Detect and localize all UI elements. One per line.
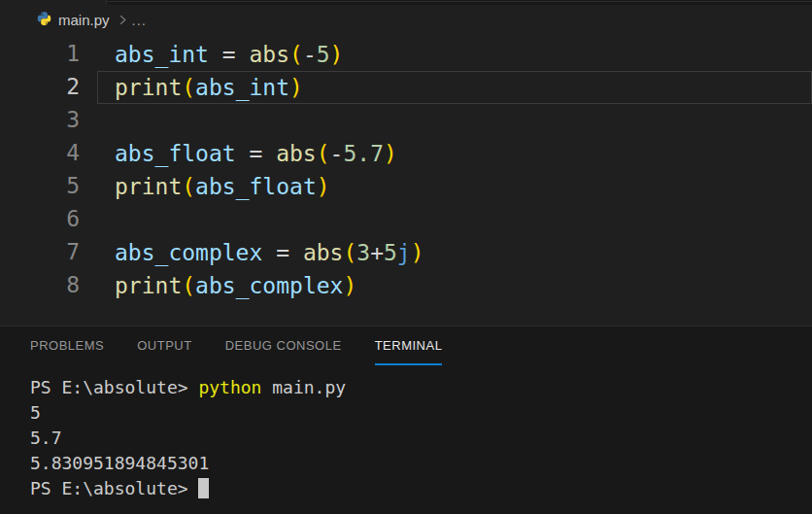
code-token-op: = bbox=[262, 240, 303, 265]
active-tab-remnant bbox=[0, 0, 107, 5]
line-number: 4 bbox=[0, 137, 97, 170]
code-line-content[interactable]: abs_complex = abs(3+5j) bbox=[97, 236, 812, 269]
line-number: 2 bbox=[0, 71, 97, 104]
code-token-fn: abs bbox=[303, 240, 344, 265]
code-token-var: abs_float bbox=[115, 141, 236, 166]
code-token-paren: ) bbox=[411, 240, 424, 265]
code-token-var: abs_int bbox=[195, 75, 289, 100]
terminal-output[interactable]: PS E:\absolute> python main.py55.75.8309… bbox=[0, 365, 812, 501]
terminal-command-text: python bbox=[198, 377, 261, 397]
code-token-paren: ( bbox=[182, 174, 195, 199]
code-token-op: - bbox=[303, 42, 317, 67]
code-token-fn: print bbox=[115, 174, 182, 199]
chevron-right-icon bbox=[116, 13, 130, 27]
code-token-num: 3 bbox=[356, 240, 370, 265]
tab-bar-border bbox=[107, 1, 812, 2]
terminal-text: PS E:\absolute> bbox=[30, 377, 198, 397]
code-token-paren: ) bbox=[330, 42, 344, 67]
terminal-text: 5 bbox=[30, 402, 41, 423]
terminal-line: 5.830951894845301 bbox=[30, 451, 812, 476]
code-line[interactable]: 5print(abs_float) bbox=[0, 170, 812, 203]
code-token-op: = bbox=[236, 141, 277, 166]
code-token-var: abs_float bbox=[195, 174, 317, 199]
panel-tab-bar: PROBLEMSOUTPUTDEBUG CONSOLETERMINAL bbox=[0, 326, 812, 365]
code-token-num: 5.7 bbox=[343, 141, 384, 166]
terminal-text: 5.830951894845301 bbox=[30, 453, 209, 473]
panel-tab-problems[interactable]: PROBLEMS bbox=[30, 326, 104, 365]
code-line-content[interactable]: abs_float = abs(-5.7) bbox=[97, 137, 812, 170]
code-token-paren: ) bbox=[289, 75, 303, 100]
code-line[interactable]: 2print(abs_int) bbox=[0, 71, 812, 104]
code-token-var: abs_complex bbox=[195, 273, 343, 298]
code-token-paren: ( bbox=[317, 141, 330, 166]
code-token-fn: print bbox=[115, 273, 182, 298]
code-token-op: = bbox=[209, 42, 250, 67]
code-line[interactable]: 8print(abs_complex) bbox=[0, 269, 812, 302]
code-line-content[interactable]: print(abs_int) bbox=[97, 71, 812, 104]
code-token-fn: abs bbox=[276, 141, 317, 166]
code-token-fn: abs bbox=[249, 42, 289, 67]
code-token-imag: j bbox=[397, 240, 411, 265]
breadcrumb-file-name: main.py bbox=[58, 12, 110, 28]
code-token-paren: ) bbox=[384, 141, 397, 166]
code-token-fn: print bbox=[115, 75, 182, 100]
terminal-text: 5.7 bbox=[30, 428, 62, 448]
breadcrumb-file-item[interactable]: main.py bbox=[36, 12, 110, 28]
terminal-line: 5.7 bbox=[30, 426, 812, 451]
terminal-line: PS E:\absolute> bbox=[30, 476, 812, 501]
code-line[interactable]: 7abs_complex = abs(3+5j) bbox=[0, 236, 812, 269]
line-number: 8 bbox=[0, 269, 97, 302]
code-line-content[interactable] bbox=[97, 104, 812, 137]
breadcrumb: main.py ... bbox=[0, 5, 812, 34]
line-number: 3 bbox=[0, 104, 97, 137]
code-token-paren: ( bbox=[289, 42, 303, 67]
code-token-op: - bbox=[330, 141, 344, 166]
breadcrumb-symbol-ellipsis[interactable]: ... bbox=[132, 12, 148, 28]
code-token-paren: ) bbox=[317, 174, 330, 199]
terminal-cursor bbox=[198, 478, 209, 498]
code-token-paren: ( bbox=[182, 273, 195, 298]
code-token-paren: ( bbox=[182, 75, 195, 100]
code-token-num: 5 bbox=[317, 42, 330, 67]
panel-tab-debug-console[interactable]: DEBUG CONSOLE bbox=[225, 326, 342, 365]
code-line[interactable]: 1abs_int = abs(-5) bbox=[0, 38, 812, 71]
terminal-text: PS E:\absolute> bbox=[30, 478, 198, 498]
code-line[interactable]: 3 bbox=[0, 104, 812, 137]
line-number: 5 bbox=[0, 170, 97, 203]
line-number: 1 bbox=[0, 38, 97, 71]
code-line[interactable]: 4abs_float = abs(-5.7) bbox=[0, 137, 812, 170]
terminal-line: PS E:\absolute> python main.py bbox=[30, 375, 812, 400]
code-editor[interactable]: 1abs_int = abs(-5)2print(abs_int)34abs_f… bbox=[0, 34, 812, 326]
panel-tab-output[interactable]: OUTPUT bbox=[137, 326, 191, 365]
code-line-content[interactable]: print(abs_float) bbox=[97, 170, 812, 203]
code-line-content[interactable]: print(abs_complex) bbox=[97, 269, 812, 302]
terminal-text: main.py bbox=[261, 377, 346, 397]
code-token-paren: ) bbox=[343, 273, 356, 298]
terminal-line: 5 bbox=[30, 400, 812, 426]
python-icon bbox=[36, 12, 52, 28]
code-line-content[interactable] bbox=[97, 203, 812, 236]
code-token-op: + bbox=[370, 240, 384, 265]
bottom-panel: PROBLEMSOUTPUTDEBUG CONSOLETERMINAL PS E… bbox=[0, 326, 812, 514]
code-token-var: abs_complex bbox=[115, 240, 262, 265]
code-token-num: 5 bbox=[384, 240, 397, 265]
line-number: 6 bbox=[0, 203, 97, 236]
code-token-paren: ( bbox=[343, 240, 356, 265]
panel-tab-terminal[interactable]: TERMINAL bbox=[375, 326, 443, 365]
code-line-content[interactable]: abs_int = abs(-5) bbox=[97, 38, 812, 71]
code-token-var: abs_int bbox=[115, 42, 209, 67]
line-number: 7 bbox=[0, 236, 97, 269]
tab-bar-remnant bbox=[0, 0, 812, 5]
code-line[interactable]: 6 bbox=[0, 203, 812, 236]
